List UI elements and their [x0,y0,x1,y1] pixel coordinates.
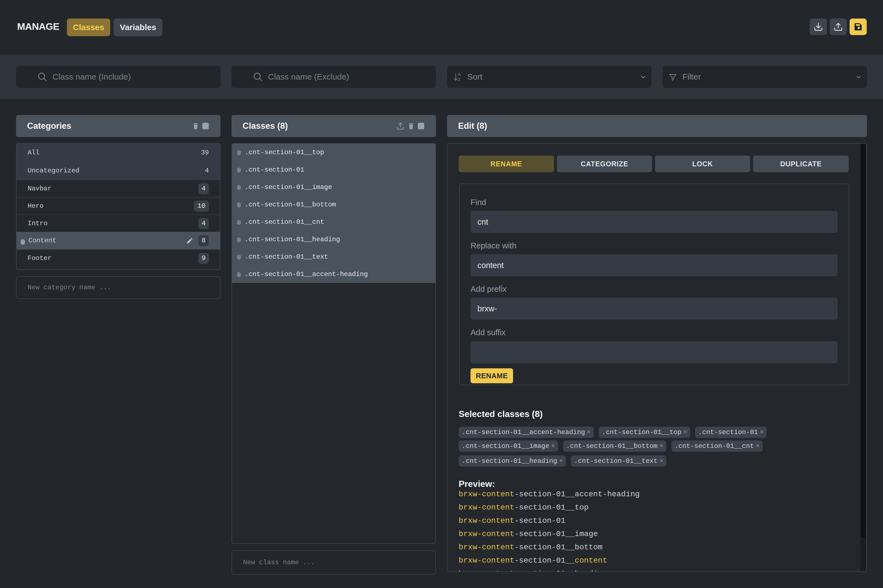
svg-text:A: A [458,72,461,77]
svg-text:Z: Z [458,77,460,81]
